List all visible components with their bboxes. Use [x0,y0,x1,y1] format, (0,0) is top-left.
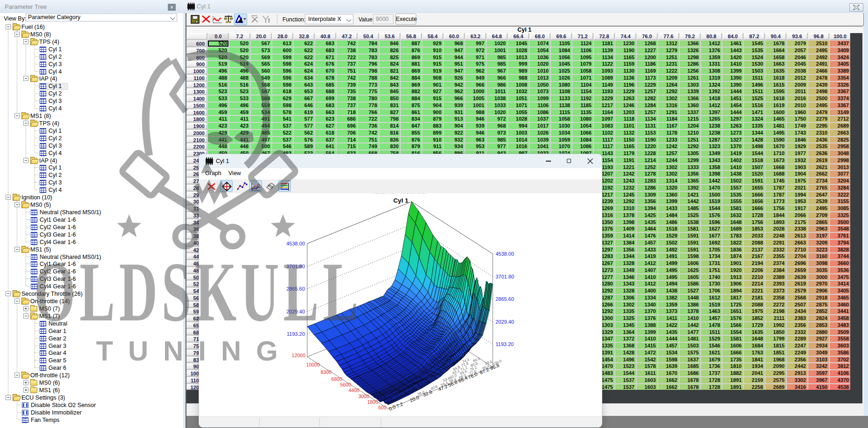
svg-text:600: 600 [378,405,386,410]
svg-text:Cyl 1: Cyl 1 [393,197,409,204]
svg-text:3000: 3000 [358,394,370,399]
svg-text:8300: 8300 [321,369,332,375]
svg-text:2029.40: 2029.40 [496,319,514,325]
svg-text:4538.00: 4538.00 [286,241,305,246]
svg-text:1800: 1800 [367,399,379,405]
svg-text:6800: 6800 [331,376,343,382]
svg-text:10000: 10000 [306,362,320,367]
svg-text:2029.40: 2029.40 [286,309,305,314]
svg-text:7.2: 7.2 [395,401,404,409]
svg-text:4400: 4400 [349,387,360,393]
svg-text:2865.60: 2865.60 [286,286,305,292]
svg-text:1193.20: 1193.20 [287,331,305,337]
svg-text:2865.60: 2865.60 [496,296,514,302]
svg-text:5600: 5600 [340,382,351,387]
svg-text:3701.80: 3701.80 [496,274,514,279]
svg-text:3701.80: 3701.80 [286,264,305,269]
svg-text:0.0: 0.0 [388,404,396,412]
svg-text:12000: 12000 [292,353,305,358]
svg-text:TunerPro - Version 5.00: TunerPro - Version 5.00 [373,193,427,195]
svg-text:1193.20: 1193.20 [496,341,514,347]
svg-text:4538.00: 4538.00 [496,251,514,257]
